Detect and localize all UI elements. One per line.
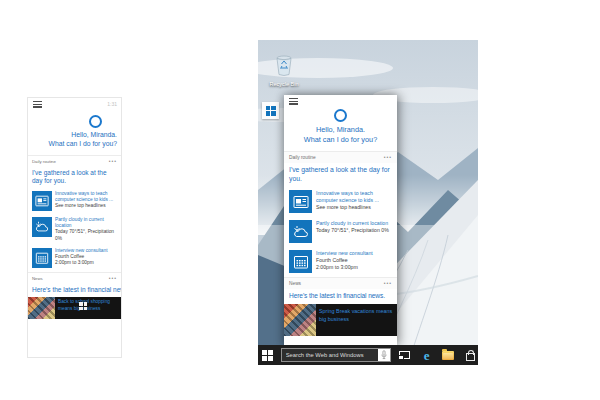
more-options-icon[interactable]: ••• — [109, 277, 117, 280]
news-intro-text: Here's the latest in financial news. — [28, 284, 121, 297]
partly-cloudy-icon — [35, 220, 49, 234]
card-detail: See more top headlines — [55, 203, 117, 209]
news-intro-text: Here's the latest in financial news. — [284, 289, 397, 304]
card-detail: See more top headlines — [316, 204, 392, 211]
daily-routine-label: Daily routine — [289, 155, 316, 160]
daily-card-weather[interactable]: Partly cloudy in current location Today … — [284, 217, 397, 247]
internet-explorer-button[interactable]: e — [419, 347, 435, 363]
news-section-header: News ••• — [28, 273, 121, 284]
daily-card-news[interactable]: Innovative ways to teach computer scienc… — [284, 187, 397, 217]
greeting-line2: What can I do for you? — [32, 140, 117, 149]
recycle-bin-icon — [274, 54, 294, 76]
flyout-header — [284, 95, 397, 107]
windows-logo-icon — [266, 106, 276, 116]
recycle-bin-shortcut[interactable]: Recycle Bin — [264, 54, 304, 87]
card-detail: Today 70°/51°, Precipitation 0% — [316, 227, 389, 234]
news-thumbnail-image — [28, 297, 55, 319]
start-button[interactable] — [258, 345, 278, 365]
daily-routine-header: Daily routine ••• — [284, 152, 397, 163]
taskbar: e — [258, 345, 478, 365]
calendar-tile — [289, 250, 312, 273]
news-section-label: News — [32, 276, 43, 281]
newspaper-icon — [293, 194, 309, 210]
calendar-icon — [35, 251, 49, 265]
news-story-item[interactable]: Spring Break vacations means big busines… — [284, 304, 397, 336]
news-section-header: News ••• — [284, 278, 397, 289]
store-button[interactable] — [462, 347, 478, 363]
greeting-line2: What can I do for you? — [288, 135, 393, 145]
greeting-line1: Hello, Miranda. — [32, 131, 117, 140]
weather-tile — [32, 217, 52, 237]
cortana-greeting: Hello, Miranda. What can I do for you? — [284, 122, 397, 151]
desktop-cortana-flyout: Hello, Miranda. What can I do for you? D… — [284, 95, 397, 345]
phone-cortana-panel: 1:31 Hello, Miranda. What can I do for y… — [27, 97, 122, 358]
card-title: Innovative ways to teach computer scienc… — [55, 191, 117, 203]
store-bag-icon — [466, 353, 475, 361]
file-explorer-button[interactable] — [440, 347, 456, 363]
microphone-button[interactable] — [378, 349, 390, 361]
daily-routine-label: Daily routine — [32, 159, 56, 164]
news-section-label: News — [289, 281, 301, 286]
card-detail: Fourth Coffee — [316, 257, 373, 264]
more-options-icon[interactable]: ••• — [384, 282, 392, 285]
daily-intro-text: I've gathered a look at the day for you. — [284, 163, 397, 188]
news-headline: Spring Break vacations means big busines… — [316, 304, 397, 336]
newspaper-icon — [35, 194, 49, 208]
more-options-icon[interactable]: ••• — [384, 156, 392, 159]
card-title: Partly cloudy in current location — [316, 220, 389, 227]
news-tile — [32, 191, 52, 211]
news-thumbnail-image — [284, 304, 316, 336]
card-detail: Today 70°/51°, Precipitation 0% — [55, 229, 117, 241]
weather-tile — [289, 220, 312, 243]
calendar-icon — [293, 254, 309, 270]
daily-card-news[interactable]: Innovative ways to teach computer scienc… — [28, 189, 121, 215]
menu-icon[interactable] — [289, 98, 298, 106]
task-view-icon — [399, 351, 410, 359]
card-title: Innovative ways to teach computer scienc… — [316, 190, 392, 204]
daily-card-calendar[interactable]: Interview new consultant Fourth Coffee 2… — [284, 247, 397, 277]
news-tile — [289, 190, 312, 213]
card-detail: 2:00pm to 3:00pm — [55, 260, 108, 266]
news-story-item[interactable]: Back to school shopping means big busine… — [28, 297, 121, 319]
phone-clock: 1:31 — [107, 101, 117, 107]
more-options-icon[interactable]: ••• — [109, 160, 117, 163]
taskbar-search-box[interactable] — [281, 348, 391, 362]
windows-app-shortcut[interactable] — [262, 102, 279, 119]
desktop-screen: Recycle Bin Hello, Miranda. What can I d… — [258, 40, 478, 365]
greeting-line1: Hello, Miranda. — [288, 125, 393, 135]
folder-icon — [442, 351, 454, 360]
card-title: Interview new consultant — [316, 250, 373, 257]
recycle-bin-label: Recycle Bin — [264, 81, 304, 87]
windows-start-icon[interactable] — [79, 302, 87, 310]
windows-start-icon — [262, 350, 273, 361]
daily-intro-text: I've gathered a look at the day for you. — [28, 167, 121, 189]
calendar-tile — [32, 248, 52, 268]
card-detail: 2:00pm to 3:00pm — [316, 264, 373, 271]
menu-icon[interactable] — [33, 101, 42, 109]
task-view-button[interactable] — [397, 347, 413, 363]
phone-panel-header: 1:31 — [28, 98, 121, 110]
cortana-greeting: Hello, Miranda. What can I do for you? — [28, 128, 121, 155]
daily-card-calendar[interactable]: Interview new consultant Fourth Coffee 2… — [28, 246, 121, 272]
taskbar-search-input[interactable] — [282, 352, 378, 358]
screenshot-canvas: 1:31 Hello, Miranda. What can I do for y… — [0, 0, 600, 400]
internet-explorer-icon: e — [424, 349, 430, 362]
cortana-circle-icon[interactable] — [89, 115, 102, 128]
card-title: Partly cloudy in current location — [55, 217, 117, 229]
microphone-icon — [380, 350, 388, 360]
cortana-circle-icon[interactable] — [334, 109, 347, 122]
partly-cloudy-icon — [293, 224, 309, 240]
news-headline: Back to school shopping means big busine… — [55, 297, 121, 319]
daily-card-weather[interactable]: Partly cloudy in current location Today … — [28, 215, 121, 246]
daily-routine-header: Daily routine ••• — [28, 156, 121, 167]
